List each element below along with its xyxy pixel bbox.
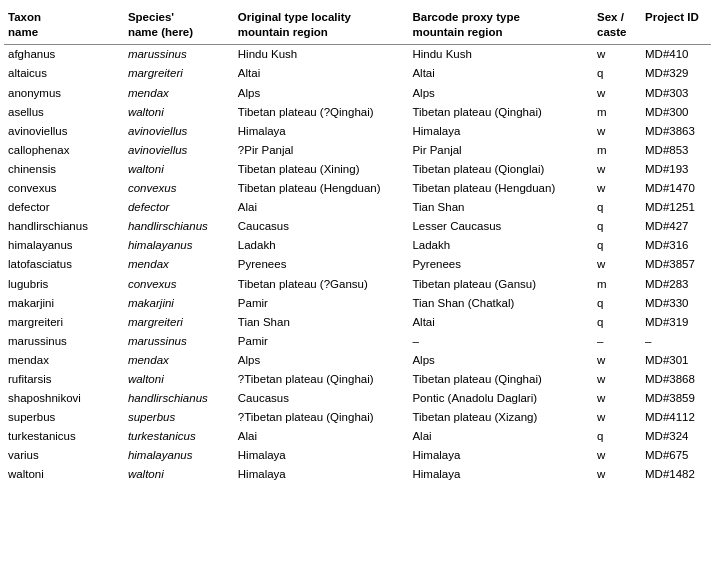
cell-species: makarjini <box>124 293 234 312</box>
cell-project: MD#427 <box>641 217 711 236</box>
cell-sex: w <box>593 446 641 465</box>
cell-original: Hindu Kush <box>234 44 409 64</box>
header-barcode: Barcode proxy typemountain region <box>408 8 593 44</box>
cell-taxon: avinoviellus <box>4 121 124 140</box>
table-row: mendaxmendaxAlpsAlpswMD#301 <box>4 350 711 369</box>
cell-barcode: Tibetan plateau (Xizang) <box>408 408 593 427</box>
header-original: Original type localitymountain region <box>234 8 409 44</box>
cell-species: mendax <box>124 83 234 102</box>
cell-original: ?Tibetan plateau (Qinghai) <box>234 369 409 388</box>
table-row: anonymusmendaxAlpsAlpswMD#303 <box>4 83 711 102</box>
cell-taxon: mendax <box>4 350 124 369</box>
cell-sex: m <box>593 102 641 121</box>
cell-sex: w <box>593 369 641 388</box>
cell-barcode: Tibetan plateau (Gansu) <box>408 274 593 293</box>
cell-taxon: turkestanicus <box>4 427 124 446</box>
cell-barcode: Alps <box>408 350 593 369</box>
cell-sex: m <box>593 140 641 159</box>
cell-taxon: shaposhnikovi <box>4 389 124 408</box>
cell-sex: q <box>593 64 641 83</box>
table-row: afghanusmarussinusHindu KushHindu KushwM… <box>4 44 711 64</box>
cell-species: himalayanus <box>124 446 234 465</box>
table-row: aselluswaltoniTibetan plateau (?Qinghai)… <box>4 102 711 121</box>
header-project: Project ID <box>641 8 711 44</box>
cell-barcode: Tibetan plateau (Qinghai) <box>408 102 593 121</box>
cell-species: margreiteri <box>124 312 234 331</box>
cell-taxon: convexus <box>4 179 124 198</box>
cell-original: Tibetan plateau (Xining) <box>234 159 409 178</box>
table-row: chinensiswaltoniTibetan plateau (Xining)… <box>4 159 711 178</box>
table-row: turkestanicusturkestanicusAlaiAlaiqMD#32… <box>4 427 711 446</box>
cell-project: MD#1482 <box>641 465 711 484</box>
cell-barcode: Lesser Caucasus <box>408 217 593 236</box>
cell-project: MD#4112 <box>641 408 711 427</box>
cell-original: ?Tibetan plateau (Qinghai) <box>234 408 409 427</box>
cell-sex: w <box>593 465 641 484</box>
cell-barcode: Alps <box>408 83 593 102</box>
table-row: waltoniwaltoniHimalayaHimalayawMD#1482 <box>4 465 711 484</box>
table-row: variushimalayanusHimalayaHimalayawMD#675 <box>4 446 711 465</box>
table-row: marussinusmarussinusPamir––– <box>4 331 711 350</box>
cell-species: handlirschianus <box>124 389 234 408</box>
cell-species: waltoni <box>124 369 234 388</box>
cell-species: waltoni <box>124 465 234 484</box>
cell-species: handlirschianus <box>124 217 234 236</box>
cell-original: Ladakh <box>234 236 409 255</box>
cell-sex: w <box>593 350 641 369</box>
cell-taxon: rufitarsis <box>4 369 124 388</box>
cell-taxon: asellus <box>4 102 124 121</box>
cell-barcode: Tibetan plateau (Qionglai) <box>408 159 593 178</box>
cell-original: Pamir <box>234 331 409 350</box>
cell-sex: q <box>593 217 641 236</box>
cell-original: Pyrenees <box>234 255 409 274</box>
cell-original: Altai <box>234 64 409 83</box>
cell-project: MD#3868 <box>641 369 711 388</box>
cell-barcode: Pontic (Anadolu Daglari) <box>408 389 593 408</box>
cell-barcode: Ladakh <box>408 236 593 255</box>
cell-taxon: defector <box>4 198 124 217</box>
table-row: shaposhnikovihandlirschianusCaucasusPont… <box>4 389 711 408</box>
cell-project: MD#330 <box>641 293 711 312</box>
cell-sex: – <box>593 331 641 350</box>
cell-sex: q <box>593 198 641 217</box>
table-row: superbussuperbus?Tibetan plateau (Qingha… <box>4 408 711 427</box>
cell-sex: w <box>593 389 641 408</box>
cell-original: Caucasus <box>234 389 409 408</box>
cell-barcode: Tibetan plateau (Qinghai) <box>408 369 593 388</box>
cell-taxon: makarjini <box>4 293 124 312</box>
cell-taxon: latofasciatus <box>4 255 124 274</box>
cell-project: MD#1251 <box>641 198 711 217</box>
cell-project: MD#329 <box>641 64 711 83</box>
cell-barcode: Himalaya <box>408 446 593 465</box>
cell-original: Tian Shan <box>234 312 409 331</box>
cell-barcode: Himalaya <box>408 121 593 140</box>
table-row: convexusconvexusTibetan plateau (Hengdua… <box>4 179 711 198</box>
table-row: altaicusmargreiteriAltaiAltaiqMD#329 <box>4 64 711 83</box>
table-row: margreiterimargreiteriTian ShanAltaiqMD#… <box>4 312 711 331</box>
cell-project: MD#319 <box>641 312 711 331</box>
table-row: rufitarsiswaltoni?Tibetan plateau (Qingh… <box>4 369 711 388</box>
cell-sex: q <box>593 293 641 312</box>
cell-barcode: Tian Shan <box>408 198 593 217</box>
cell-species: avinoviellus <box>124 140 234 159</box>
cell-taxon: varius <box>4 446 124 465</box>
cell-sex: q <box>593 312 641 331</box>
cell-original: Alps <box>234 350 409 369</box>
table-row: himalayanushimalayanusLadakhLadakhqMD#31… <box>4 236 711 255</box>
cell-project: MD#324 <box>641 427 711 446</box>
cell-taxon: altaicus <box>4 64 124 83</box>
cell-barcode: Pir Panjal <box>408 140 593 159</box>
cell-project: MD#303 <box>641 83 711 102</box>
cell-original: Caucasus <box>234 217 409 236</box>
cell-project: MD#675 <box>641 446 711 465</box>
table-row: lugubrisconvexusTibetan plateau (?Gansu)… <box>4 274 711 293</box>
cell-sex: w <box>593 179 641 198</box>
cell-original: Alai <box>234 198 409 217</box>
cell-sex: w <box>593 44 641 64</box>
cell-barcode: Pyrenees <box>408 255 593 274</box>
cell-project: MD#301 <box>641 350 711 369</box>
cell-sex: q <box>593 427 641 446</box>
cell-project: – <box>641 331 711 350</box>
cell-barcode: Tibetan plateau (Hengduan) <box>408 179 593 198</box>
cell-project: MD#3859 <box>641 389 711 408</box>
